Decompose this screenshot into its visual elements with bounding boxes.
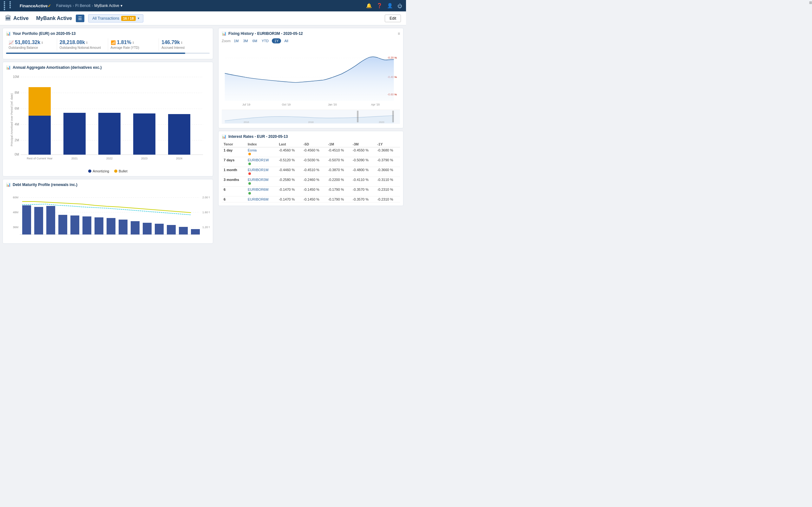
svg-rect-36 <box>46 206 55 234</box>
zoom-1y[interactable]: 1Y <box>272 38 281 43</box>
cell-1y: -0.2310 % <box>375 196 400 203</box>
cell-3m: -0.5090 % <box>351 157 375 167</box>
cell-index[interactable]: EURIBOR3M <box>246 177 277 187</box>
fixing-history-card: 📊 Fixing History - EURIBOR3M - 2020-05-1… <box>218 28 403 128</box>
cell-3m: -0.3570 % <box>351 187 375 196</box>
svg-rect-18 <box>168 114 190 155</box>
fixing-history-title: 📊 Fixing History - EURIBOR3M - 2020-05-1… <box>222 32 400 36</box>
svg-rect-43 <box>131 221 140 234</box>
cell-5d: -0.2460 % <box>302 177 326 187</box>
cell-tenor: 1 month <box>222 167 246 177</box>
breadcrumb: Fairways › FI Benoit › MyBank Active ▾ <box>56 3 122 8</box>
col-last: Last <box>277 141 302 147</box>
all-transactions-label: All Transactions <box>92 16 119 20</box>
cell-last: -0.4560 % <box>277 147 302 157</box>
info-icon-accrued[interactable]: ℹ <box>181 41 183 44</box>
breadcrumb-fi-benoit[interactable]: FI Benoit <box>75 3 90 8</box>
logo-text: Active <box>13 15 29 21</box>
info-icon-balance[interactable]: ℹ <box>42 41 43 44</box>
portfolio-card-title: 📊 Your Portfolio (EUR) on 2020-05-13 <box>6 32 210 36</box>
svg-text:-0.20 %: -0.20 % <box>387 56 397 59</box>
help-icon[interactable]: ❓ <box>376 3 383 9</box>
svg-text:2M: 2M <box>14 138 19 142</box>
cell-index[interactable]: Eonia <box>246 147 277 157</box>
svg-rect-38 <box>70 216 79 234</box>
amortisation-title: 📊 Annual Aggregate Amortisation (derivat… <box>6 65 210 70</box>
cell-5d: -0.4560 % <box>302 147 326 157</box>
header-bar: 🏛 Active MyBank Active ☰ All Transaction… <box>0 11 406 25</box>
bell-icon[interactable]: 🔔 <box>366 3 372 9</box>
cell-index[interactable]: EURIBOR1W <box>246 157 277 167</box>
table-row: 6 EURIBOR6M -0.1470 % -0.1450 % -0.1790 … <box>222 187 400 196</box>
fixing-menu-icon[interactable]: ≡ <box>398 32 400 36</box>
cell-1m: -0.1790 % <box>326 187 351 196</box>
power-icon[interactable]: ⏻ <box>397 3 402 9</box>
debt-maturity-chart-area: 60M 48M 36M 2.00 % 1.60 % 1.20 % <box>6 189 210 240</box>
svg-rect-14 <box>29 87 51 116</box>
fixing-history-chart: -0.20 % -0.40 % -0.60 % <box>222 45 400 125</box>
zoom-all[interactable]: All <box>283 38 289 43</box>
zoom-1m[interactable]: 1M <box>233 38 240 43</box>
cell-last: -0.4460 % <box>277 167 302 177</box>
svg-rect-17 <box>133 113 155 155</box>
svg-text:2021: 2021 <box>71 157 78 160</box>
menu-toggle-button[interactable]: ☰ <box>76 14 84 22</box>
svg-rect-67 <box>392 111 394 122</box>
progress-bar <box>6 53 210 54</box>
amortisation-card: 📊 Annual Aggregate Amortisation (derivat… <box>3 62 213 176</box>
info-icon-rate[interactable]: ℹ <box>133 41 134 44</box>
nav-icons-group: 🔔 ❓ 👤 ⏻ <box>366 3 402 9</box>
table-row: 7 days EURIBOR1W -0.5120 % -0.5030 % -0.… <box>222 157 400 167</box>
cell-3m: -0.3570 % <box>351 196 375 203</box>
avg-rate-value: 1.81% <box>117 40 131 45</box>
cell-1y: -0.3660 % <box>375 167 400 177</box>
info-icon-notional[interactable]: ℹ <box>86 41 88 44</box>
svg-rect-44 <box>143 223 152 234</box>
zoom-3m[interactable]: 3M <box>242 38 249 43</box>
debt-maturity-card: 📊 Debt Maturity Profile (renewals inc.) … <box>3 179 213 244</box>
svg-rect-39 <box>83 216 91 234</box>
col-1y: -1Y <box>375 141 400 147</box>
svg-rect-66 <box>357 111 358 122</box>
breadcrumb-fairways[interactable]: Fairways <box>56 3 71 8</box>
index-link: EURIBOR1W <box>248 158 269 162</box>
chart-icon: 📊 <box>6 32 11 36</box>
notional-value: 28,218.08k <box>60 40 85 45</box>
grid-menu-icon[interactable] <box>4 1 14 10</box>
table-row: 6 EURIBOR6M -0.1470 % -0.1450 % -0.1790 … <box>222 196 400 203</box>
rates-chart-icon: 📊 <box>222 134 226 139</box>
cell-last: -0.1470 % <box>277 196 302 203</box>
svg-rect-13 <box>29 116 51 155</box>
all-transactions-selector[interactable]: All Transactions 16 / 18 ▾ <box>88 14 143 22</box>
cell-1y: -0.2310 % <box>375 187 400 196</box>
zoom-ytd[interactable]: YTD <box>260 38 270 43</box>
cell-tenor: 7 days <box>222 157 246 167</box>
svg-rect-45 <box>155 224 164 234</box>
cell-last: -0.2580 % <box>277 177 302 187</box>
user-icon[interactable]: 👤 <box>387 3 393 9</box>
svg-text:1.20 %: 1.20 % <box>202 226 210 229</box>
cell-index[interactable]: EURIBOR1M <box>246 167 277 177</box>
amortisation-chart-area: 10M 8M 6M 4M 2M 0M Principal Amortised o… <box>6 72 210 167</box>
amortisation-svg: 10M 8M 6M 4M 2M 0M Principal Amortised o… <box>6 72 210 161</box>
top-navigation: FinanceActive✓ Fairways › FI Benoit › My… <box>0 0 406 11</box>
brand-name: FinanceActive✓ <box>20 3 51 8</box>
edit-button[interactable]: Edit <box>385 14 401 22</box>
right-panel: 📊 Fixing History - EURIBOR3M - 2020-05-1… <box>216 25 406 253</box>
cell-index[interactable]: EURIBOR6M <box>246 187 277 196</box>
cell-1y: -0.3790 % <box>375 157 400 167</box>
cell-last: -0.5120 % <box>277 157 302 167</box>
svg-text:8M: 8M <box>14 91 19 95</box>
legend-amortizing: Amortizing <box>88 169 109 173</box>
rates-table-header: Tenor Index Last -5D -1M -3M -1Y <box>222 141 400 147</box>
svg-text:2.00 %: 2.00 % <box>202 196 210 199</box>
svg-text:Jan '20: Jan '20 <box>328 103 337 106</box>
svg-text:Jul '19: Jul '19 <box>242 103 250 106</box>
cell-index[interactable]: EURIBOR6M <box>246 196 277 203</box>
debt-maturity-svg: 60M 48M 36M 2.00 % 1.60 % 1.20 % <box>6 189 210 239</box>
amortisation-chart-icon: 📊 <box>6 65 11 70</box>
breadcrumb-mybank-active[interactable]: MyBank Active ▾ <box>94 3 122 8</box>
zoom-6m[interactable]: 6M <box>251 38 258 43</box>
stat-notional: 28,218.08k ℹ Outstanding Notional Amount <box>57 38 108 51</box>
cell-1y: -0.3680 % <box>375 147 400 157</box>
